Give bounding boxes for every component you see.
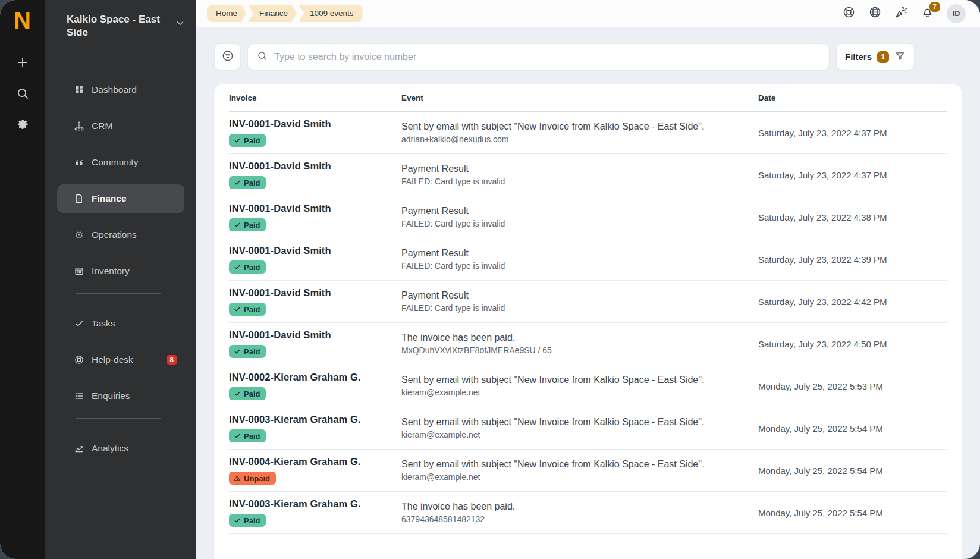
event-detail: 637943648581482132 xyxy=(401,514,758,524)
trend-chart-icon xyxy=(74,443,84,454)
table-row[interactable]: INV-0001-David Smith Paid Payment Result… xyxy=(229,281,947,323)
search-input[interactable] xyxy=(274,52,821,62)
status-badge: Unpaid xyxy=(229,472,276,485)
column-header-event[interactable]: Event xyxy=(401,93,758,102)
invoice-title[interactable]: INV-0002-Kieram Graham G. xyxy=(229,372,401,383)
sidebar-item-inventory[interactable]: Inventory xyxy=(57,257,184,285)
sidebar-item-tasks[interactable]: Tasks xyxy=(57,309,184,338)
sidebar-item-dashboard[interactable]: Dashboard xyxy=(57,76,184,104)
sidebar-item-helpdesk[interactable]: Help-desk 8 xyxy=(57,346,184,374)
breadcrumb-home[interactable]: Home xyxy=(207,5,246,22)
event-description: Sent by email with subject "New Invoice … xyxy=(401,417,758,428)
filters-count-badge: 1 xyxy=(877,51,889,63)
workspace-name: Kalkio Space - East Side xyxy=(67,13,162,40)
help-button[interactable] xyxy=(842,7,856,20)
invoice-cell: INV-0001-David Smith Paid xyxy=(229,329,401,358)
event-date: Saturday, July 23, 2022 4:42 PM xyxy=(758,297,947,307)
sidebar-item-operations[interactable]: Operations xyxy=(57,221,184,249)
notifications-button[interactable]: 7 xyxy=(921,7,934,20)
filters-button[interactable]: Filters 1 xyxy=(836,43,915,70)
filter-circle-icon xyxy=(221,49,234,64)
nexudus-logo[interactable]: N xyxy=(14,6,31,34)
invoice-title[interactable]: INV-0001-David Smith xyxy=(229,245,401,256)
event-date: Saturday, July 23, 2022 4:37 PM xyxy=(758,128,947,138)
event-detail: FAILED: Card type is invalid xyxy=(401,303,758,313)
column-header-date[interactable]: Date xyxy=(758,93,947,102)
invoice-cell: INV-0001-David Smith Paid xyxy=(229,161,401,189)
column-header-invoice[interactable]: Invoice xyxy=(229,93,401,102)
event-date: Saturday, July 23, 2022 4:37 PM xyxy=(758,170,947,180)
table-row[interactable]: INV-0002-Kieram Graham G. Paid Sent by e… xyxy=(229,365,947,407)
check-icon xyxy=(234,517,241,524)
sidebar-item-analytics[interactable]: Analytics xyxy=(57,434,184,463)
filters-label: Filters xyxy=(845,52,872,62)
table-row[interactable]: INV-0001-David Smith Paid Sent by email … xyxy=(229,112,947,154)
invoice-cell: INV-0003-Kieram Graham G. Paid xyxy=(229,498,401,527)
breadcrumb-finance[interactable]: Finance xyxy=(248,5,297,22)
table-row[interactable]: INV-0001-David Smith Paid Payment Result… xyxy=(229,196,947,238)
event-date: Monday, July 25, 2022 5:54 PM xyxy=(758,466,947,476)
invoice-title[interactable]: INV-0001-David Smith xyxy=(229,118,401,130)
event-date: Monday, July 25, 2022 5:53 PM xyxy=(758,381,947,391)
sidebar-item-label: Help-desk xyxy=(92,354,133,365)
invoice-cell: INV-0002-Kieram Graham G. Paid xyxy=(229,372,401,400)
invoice-title[interactable]: INV-0001-David Smith xyxy=(229,287,401,299)
status-label: Paid xyxy=(244,516,260,525)
table-row[interactable]: INV-0004-Kieram Graham G. Unpaid Sent by… xyxy=(229,450,947,492)
event-date: Saturday, July 23, 2022 4:38 PM xyxy=(758,212,947,222)
check-icon xyxy=(234,221,241,228)
sidebar-item-finance[interactable]: Finance xyxy=(57,184,184,213)
table-header-row: Invoice Event Date xyxy=(229,84,947,112)
search-toolbar: Filters 1 xyxy=(214,43,915,70)
status-badge: Paid xyxy=(229,429,266,442)
sidebar-nav: Dashboard CRM Community Finance Operatio… xyxy=(45,76,196,470)
sidebar-item-crm[interactable]: CRM xyxy=(57,112,184,140)
invoice-cell: INV-0001-David Smith Paid xyxy=(229,203,401,231)
status-label: Paid xyxy=(244,347,260,356)
check-icon xyxy=(234,263,241,271)
table-row[interactable]: INV-0001-David Smith Paid Payment Result… xyxy=(229,238,947,281)
status-label: Paid xyxy=(244,263,260,272)
event-description: Sent by email with subject "New Invoice … xyxy=(401,121,758,132)
settings-button[interactable] xyxy=(11,113,34,137)
language-button[interactable] xyxy=(868,7,882,20)
whats-new-button[interactable] xyxy=(894,7,908,20)
avatar[interactable]: ID xyxy=(947,4,966,23)
search-icon xyxy=(256,50,268,64)
workspace-switcher[interactable]: Kalkio Space - East Side xyxy=(67,13,186,40)
global-search-button[interactable] xyxy=(11,82,34,106)
plus-icon xyxy=(15,55,30,71)
status-label: Paid xyxy=(244,136,260,145)
sidebar-item-community[interactable]: Community xyxy=(57,148,184,177)
event-description: The invoice has been paid. xyxy=(401,501,758,512)
table-row[interactable]: INV-0003-Kieram Graham G. Paid Sent by e… xyxy=(229,407,947,450)
funnel-icon xyxy=(894,51,906,64)
invoice-title[interactable]: INV-0003-Kieram Graham G. xyxy=(229,414,401,425)
invoice-title[interactable]: INV-0001-David Smith xyxy=(229,161,401,172)
column-settings-button[interactable] xyxy=(214,43,241,70)
status-label: Paid xyxy=(244,390,260,398)
table-row[interactable]: INV-0001-David Smith Paid Payment Result… xyxy=(229,154,947,196)
event-detail: kieram@example.net xyxy=(401,388,758,397)
invoice-title[interactable]: INV-0004-Kieram Graham G. xyxy=(229,456,401,467)
sidebar-item-enquiries[interactable]: Enquiries xyxy=(57,382,184,410)
status-label: Paid xyxy=(244,178,260,187)
status-badge: Paid xyxy=(229,387,266,400)
table-row[interactable]: INV-0001-David Smith Paid The invoice ha… xyxy=(229,323,947,365)
sidebar-item-label: Operations xyxy=(92,230,137,240)
document-icon xyxy=(74,193,84,204)
invoice-title[interactable]: INV-0001-David Smith xyxy=(229,329,401,341)
table-icon xyxy=(74,266,84,277)
status-badge: Paid xyxy=(229,345,266,358)
table-row[interactable]: INV-0003-Kieram Graham G. Paid The invoi… xyxy=(229,492,947,534)
breadcrumb-events[interactable]: 1009 events xyxy=(299,5,363,22)
add-button[interactable] xyxy=(11,51,34,75)
sidebar-item-label: CRM xyxy=(92,121,112,131)
event-description: Payment Result xyxy=(401,248,758,259)
invoice-title[interactable]: INV-0003-Kieram Graham G. xyxy=(229,498,401,510)
search-box xyxy=(247,43,830,70)
invoice-title[interactable]: INV-0001-David Smith xyxy=(229,203,401,214)
chip-icon xyxy=(74,230,84,240)
invoice-cell: INV-0004-Kieram Graham G. Unpaid xyxy=(229,456,401,485)
sidebar-item-label: Enquiries xyxy=(92,391,130,401)
